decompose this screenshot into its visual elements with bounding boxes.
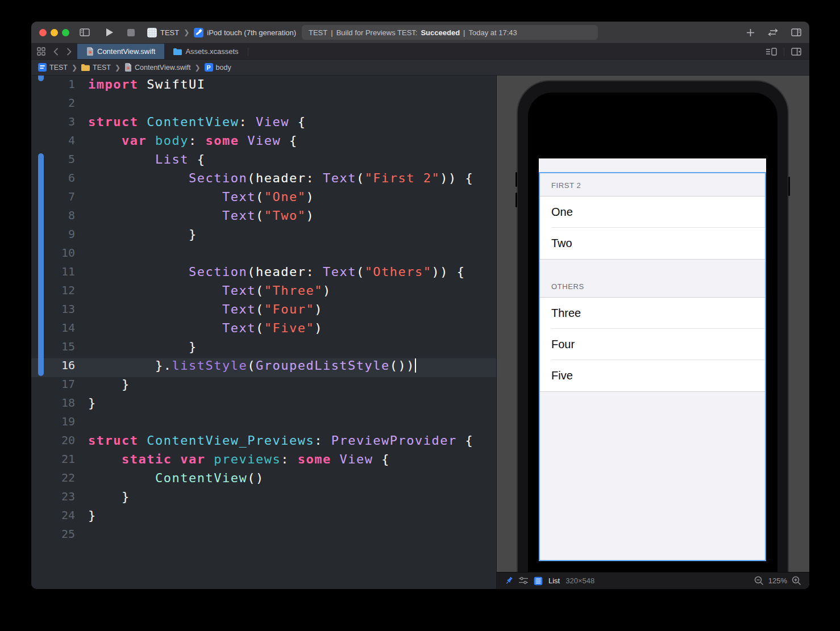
code-line[interactable]: 1import SwiftUI <box>31 77 496 96</box>
source-editor[interactable]: 1import SwiftUI23struct ContentView: Vie… <box>31 76 496 589</box>
stop-button[interactable] <box>127 29 135 36</box>
minimize-button[interactable] <box>51 29 58 36</box>
activity-status: TEST | Build for Previews TEST: Succeede… <box>302 25 598 40</box>
code-line[interactable]: 22 ContentView() <box>31 471 496 490</box>
code-line[interactable]: 3struct ContentView: View { <box>31 115 496 133</box>
breadcrumb-symbol[interactable]: P body <box>205 63 231 72</box>
inspector-panel-toggle-icon[interactable] <box>791 28 801 36</box>
breadcrumb-project[interactable]: TEST <box>38 63 68 72</box>
breadcrumb-label: body <box>216 64 231 72</box>
preview-content: FIRST 2OneTwoOTHERSThreeFourFive <box>539 158 766 561</box>
status-separator: | <box>331 28 332 37</box>
line-number: 24 <box>31 508 75 527</box>
list-section-header: OTHERS <box>540 260 765 298</box>
scheme-selector[interactable]: TEST ❯ iPod touch (7th generation) <box>147 28 296 37</box>
list-row[interactable]: Five <box>540 360 765 392</box>
zoom-button[interactable] <box>62 29 69 36</box>
tab-assets-xcassets[interactable]: Assets.xcassets <box>164 44 247 59</box>
line-number: 19 <box>31 415 75 433</box>
list-row[interactable]: One <box>540 197 765 228</box>
code-line[interactable]: 7 Text("One") <box>31 190 496 208</box>
code-line[interactable]: 9 } <box>31 227 496 246</box>
code-line[interactable]: 16 }.listStyle(GroupedListStyle()) <box>31 358 496 377</box>
line-number: 2 <box>31 96 75 115</box>
volume-button <box>515 193 517 207</box>
zoom-in-icon[interactable] <box>792 576 801 586</box>
forward-chevron-icon[interactable] <box>66 48 72 56</box>
navigator-sidebar-toggle-icon[interactable] <box>80 28 90 36</box>
tab-contentview-swift[interactable]: ContentView.swift <box>77 44 164 59</box>
editor-options-icon[interactable] <box>766 48 777 56</box>
tab-bar: ContentView.swift Assets.xcassets <box>31 44 809 60</box>
code-text: } <box>75 396 97 415</box>
zoom-level[interactable]: 125% <box>768 576 787 585</box>
code-line[interactable]: 11 Section(header: Text("Others")) { <box>31 265 496 283</box>
scheme-project-label: TEST <box>160 28 179 37</box>
code-line[interactable]: 17 } <box>31 377 496 396</box>
line-number: 4 <box>31 133 75 152</box>
code-line[interactable]: 20struct ContentView_Previews: PreviewPr… <box>31 433 496 452</box>
status-time: Today at 17:43 <box>468 28 517 37</box>
source-control-change-bar <box>38 76 44 81</box>
code-line[interactable]: 19 <box>31 415 496 433</box>
code-line[interactable]: 23 } <box>31 490 496 508</box>
tab-label: ContentView.swift <box>97 47 155 56</box>
preview-bottom-bar: List 320×548 125% <box>497 572 809 589</box>
code-line[interactable]: 8 Text("Two") <box>31 208 496 227</box>
code-text: struct ContentView_Previews: PreviewProv… <box>75 433 473 452</box>
list-row[interactable]: Two <box>540 228 765 260</box>
zoom-out-icon[interactable] <box>754 576 764 586</box>
chevron-right-icon: ❯ <box>184 28 189 36</box>
code-line[interactable]: 21 static var previews: some View { <box>31 452 496 471</box>
tab-label: Assets.xcassets <box>185 47 238 56</box>
code-line[interactable]: 4 var body: some View { <box>31 133 496 152</box>
status-project: TEST <box>309 28 327 37</box>
swap-arrows-icon[interactable] <box>767 28 779 36</box>
preview-settings-icon[interactable] <box>519 577 528 584</box>
tab-divider <box>784 48 784 56</box>
code-line[interactable]: 10 <box>31 246 496 265</box>
text-cursor <box>415 358 416 373</box>
code-text: Text("Four") <box>75 302 323 321</box>
line-number: 20 <box>31 433 75 452</box>
power-button <box>788 177 790 196</box>
preview-canvas: FIRST 2OneTwoOTHERSThreeFourFive List 32… <box>496 76 809 589</box>
code-line[interactable]: 15 } <box>31 340 496 358</box>
code-line[interactable]: 5 List { <box>31 152 496 171</box>
close-button[interactable] <box>39 29 47 36</box>
line-number: 18 <box>31 396 75 415</box>
code-line[interactable]: 18} <box>31 396 496 415</box>
line-number: 1 <box>31 77 75 96</box>
code-text <box>75 246 88 265</box>
list-element-icon[interactable] <box>534 576 543 586</box>
pin-preview-icon[interactable] <box>505 576 513 585</box>
code-line[interactable]: 12 Text("Three") <box>31 283 496 302</box>
device-screen: FIRST 2OneTwoOTHERSThreeFourFive <box>528 93 777 573</box>
breadcrumb-file[interactable]: ContentView.swift <box>124 63 190 72</box>
tab-divider <box>248 48 248 56</box>
code-line[interactable]: 25 <box>31 527 496 546</box>
code-line[interactable]: 2 <box>31 96 496 115</box>
breadcrumb-group[interactable]: TEST <box>81 64 111 72</box>
folder-icon <box>81 64 90 71</box>
code-line[interactable]: 24} <box>31 508 496 527</box>
code-line[interactable]: 14 Text("Five") <box>31 321 496 340</box>
line-number: 23 <box>31 490 75 508</box>
library-plus-icon[interactable] <box>746 28 755 37</box>
code-line[interactable]: 6 Section(header: Text("First 2")) { <box>31 171 496 190</box>
related-items-icon[interactable] <box>37 47 45 56</box>
device-bezel: FIRST 2OneTwoOTHERSThreeFourFive <box>517 80 789 573</box>
code-text: import SwiftUI <box>75 77 205 96</box>
back-chevron-icon[interactable] <box>53 48 59 56</box>
list-row[interactable]: Three <box>540 298 765 329</box>
run-button[interactable] <box>106 28 114 37</box>
list-row[interactable]: Four <box>540 329 765 360</box>
selected-list-view[interactable]: FIRST 2OneTwoOTHERSThreeFourFive <box>539 172 766 561</box>
line-number: 21 <box>31 452 75 471</box>
breadcrumb-label: TEST <box>49 64 68 72</box>
code-line[interactable]: 13 Text("Four") <box>31 302 496 321</box>
add-editor-icon[interactable] <box>791 48 801 56</box>
selection-size: 320×548 <box>565 576 594 585</box>
selection-label: List <box>548 576 560 585</box>
code-text <box>75 415 88 433</box>
